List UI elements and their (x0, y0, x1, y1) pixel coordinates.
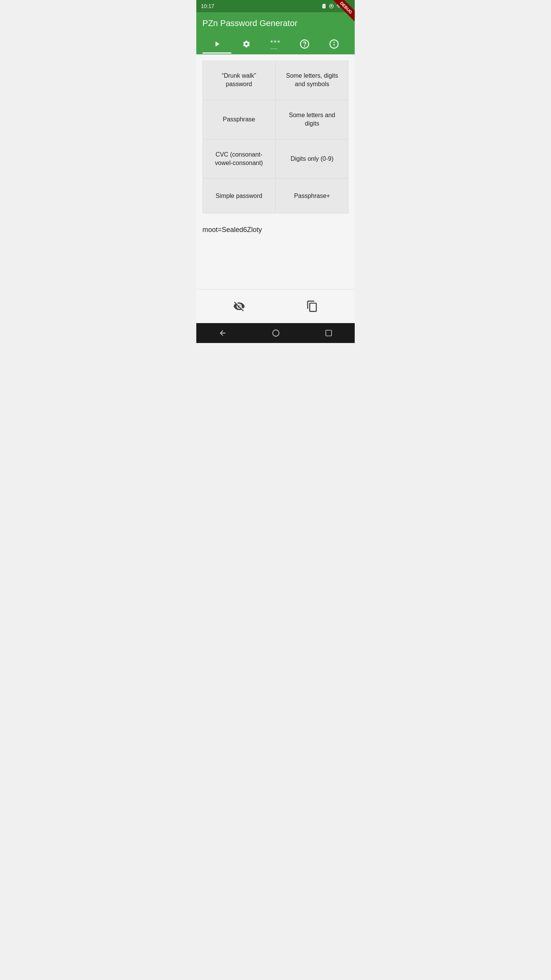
debug-label: DEBUG (333, 0, 355, 21)
tab-mask[interactable]: ***—— (261, 36, 290, 54)
help-icon (300, 39, 310, 51)
sim-card-icon (321, 3, 326, 9)
play-icon (213, 40, 221, 50)
spacer (196, 266, 355, 289)
btn-cvc[interactable]: CVC (consonant-vowel-consonant) (203, 140, 275, 178)
recent-button[interactable] (323, 328, 334, 338)
home-icon (272, 329, 280, 337)
generated-password: moot=Sealed6Zloty (202, 226, 262, 234)
password-type-grid: “Drunk walk” password Some letters, digi… (202, 60, 349, 214)
copy-icon (306, 300, 318, 312)
btn-passphrase[interactable]: Passphrase (203, 100, 275, 139)
visibility-off-icon (233, 300, 245, 312)
system-nav-bar (196, 323, 355, 343)
btn-digits-only[interactable]: Digits only (0-9) (276, 140, 348, 178)
btn-simple-password[interactable]: Simple password (203, 179, 275, 213)
tab-help[interactable] (290, 36, 319, 54)
copy-password-button[interactable] (302, 296, 323, 317)
main-content: “Drunk walk” password Some letters, digi… (196, 54, 355, 323)
info-icon (329, 39, 339, 51)
btn-passphrase-plus[interactable]: Passphrase+ (276, 179, 348, 213)
btn-letters-digits[interactable]: Some letters and digits (276, 100, 348, 139)
mask-label: ***—— (271, 39, 281, 51)
home-button[interactable] (270, 327, 282, 339)
btn-letters-digits-symbols[interactable]: Some letters, digits and symbols (276, 61, 348, 100)
svg-point-5 (273, 330, 279, 336)
back-icon (218, 329, 227, 337)
bottom-action-bar (196, 289, 355, 323)
password-output-area: moot=Sealed6Zloty (196, 217, 355, 266)
app-title: PZn Password Generator (202, 18, 349, 28)
tab-settings[interactable] (231, 37, 261, 54)
back-button[interactable] (217, 327, 228, 339)
recent-icon (325, 329, 333, 337)
tab-bar: ***—— (202, 36, 349, 54)
status-time: 10:17 (201, 3, 214, 9)
svg-rect-6 (326, 330, 331, 336)
btn-drunk-walk[interactable]: “Drunk walk” password (203, 61, 275, 100)
tab-info[interactable] (320, 36, 349, 54)
hide-password-button[interactable] (228, 296, 250, 317)
debug-ribbon: DEBUG (330, 0, 355, 24)
tab-play[interactable] (202, 37, 231, 54)
settings-icon (242, 40, 251, 50)
